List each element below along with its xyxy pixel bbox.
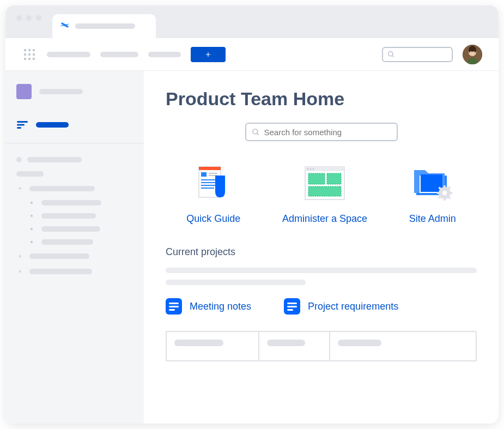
nav-item-placeholder[interactable]: [100, 52, 138, 57]
chevron-right-icon: [16, 268, 24, 275]
link-label: Project requirements: [308, 301, 398, 312]
svg-rect-5: [17, 124, 25, 126]
tree-label-placeholder: [41, 239, 93, 245]
tree-child-item[interactable]: [27, 209, 133, 222]
tab-title-placeholder: [75, 23, 135, 29]
link-meeting-notes[interactable]: Meeting notes: [166, 298, 251, 315]
plus-icon: [204, 51, 212, 58]
page-icon: [284, 298, 300, 315]
card-label: Administer a Space: [282, 213, 367, 225]
svg-point-20: [307, 168, 308, 170]
svg-rect-11: [201, 172, 207, 177]
svg-rect-24: [327, 173, 341, 184]
svg-point-21: [309, 168, 311, 170]
svg-rect-4: [17, 121, 28, 123]
link-label: Meeting notes: [190, 301, 251, 312]
window-close-icon[interactable]: [16, 15, 22, 21]
window-maximize-icon[interactable]: [36, 15, 41, 21]
tree-label-placeholder: [29, 253, 89, 259]
svg-point-22: [312, 168, 314, 170]
document-icon: [186, 163, 240, 204]
tree-label-placeholder: [29, 269, 92, 274]
tree-label-placeholder: [16, 171, 44, 177]
space-icon: [16, 84, 32, 99]
layout-icon: [282, 163, 367, 204]
bullet-icon: [31, 215, 33, 217]
page-title: Product Team Home: [166, 88, 477, 110]
card-site-admin[interactable]: Site Admin: [409, 163, 456, 225]
cell-placeholder: [267, 340, 305, 346]
confluence-logo-icon: [60, 20, 70, 32]
folder-gear-icon: [409, 163, 456, 204]
browser-tab[interactable]: [52, 14, 156, 38]
space-name-placeholder: [39, 89, 83, 94]
page-search-box[interactable]: [245, 123, 398, 141]
table: [166, 331, 477, 361]
svg-rect-10: [199, 167, 221, 170]
bullet-icon: [31, 202, 33, 204]
main-content: Product Team Home Quick Guide Administer…: [144, 71, 499, 424]
tree-item-expandable[interactable]: [16, 249, 133, 264]
content-placeholder: [166, 280, 306, 285]
bullet-icon: [31, 241, 33, 243]
user-avatar[interactable]: [463, 45, 482, 64]
svg-point-7: [252, 129, 257, 134]
card-label: Site Admin: [409, 213, 456, 225]
sidebar-nav-overview[interactable]: [16, 116, 133, 134]
svg-rect-31: [444, 197, 446, 201]
link-project-requirements[interactable]: Project requirements: [284, 298, 398, 315]
tree-item[interactable]: [16, 167, 133, 181]
tree-label-placeholder: [41, 213, 96, 219]
window-minimize-icon[interactable]: [26, 15, 32, 21]
content-placeholder: [166, 268, 477, 273]
space-header[interactable]: [16, 84, 133, 99]
app-switcher-icon[interactable]: [22, 47, 37, 62]
svg-rect-25: [308, 186, 341, 196]
tree-label-placeholder: [29, 186, 95, 191]
svg-point-29: [442, 191, 447, 195]
svg-rect-23: [308, 173, 325, 184]
table-header-cell: [330, 332, 476, 360]
search-icon: [252, 128, 260, 136]
table-header-cell: [167, 332, 259, 360]
tree-child-item[interactable]: [27, 235, 133, 249]
create-button[interactable]: [191, 47, 226, 62]
tree-item-expandable[interactable]: [16, 181, 133, 196]
table-header-cell: [259, 332, 330, 360]
search-icon: [387, 51, 395, 58]
tree-child-item[interactable]: [27, 222, 133, 235]
app-body: Product Team Home Quick Guide Administer…: [5, 71, 499, 424]
page-icon: [166, 298, 182, 315]
sidebar: [5, 71, 144, 424]
svg-rect-30: [444, 185, 446, 189]
svg-line-8: [257, 133, 258, 135]
section-current-projects: Current projects: [166, 246, 477, 258]
window-controls: [16, 15, 41, 21]
svg-point-0: [388, 51, 393, 56]
card-administer-space[interactable]: Administer a Space: [282, 163, 367, 225]
nav-item-placeholder[interactable]: [47, 52, 90, 57]
card-quick-guide[interactable]: Quick Guide: [186, 163, 240, 225]
app-window: Product Team Home Quick Guide Administer…: [5, 5, 499, 424]
bullet-icon: [31, 228, 33, 230]
tree-item-expandable[interactable]: [16, 264, 133, 279]
quick-links-row: Quick Guide Administer a Space Site Admi…: [166, 163, 477, 225]
svg-rect-6: [17, 127, 21, 129]
svg-rect-27: [421, 174, 442, 192]
tree-label-placeholder: [41, 226, 100, 232]
tree-item[interactable]: [16, 153, 133, 167]
nav-label-placeholder: [36, 122, 69, 128]
page-dot-icon: [16, 157, 22, 162]
chevron-right-icon: [16, 253, 24, 259]
svg-rect-33: [449, 192, 452, 194]
global-search[interactable]: [382, 47, 453, 62]
page-links-row: Meeting notes Project requirements: [166, 298, 477, 315]
nav-item-placeholder[interactable]: [148, 52, 181, 57]
tree-child-item[interactable]: [27, 196, 133, 209]
tree-label-placeholder: [27, 157, 82, 162]
svg-rect-32: [437, 192, 440, 194]
tree-children: [16, 196, 133, 249]
overview-icon: [16, 121, 28, 129]
sidebar-divider: [5, 143, 144, 144]
page-search-input[interactable]: [264, 128, 391, 137]
